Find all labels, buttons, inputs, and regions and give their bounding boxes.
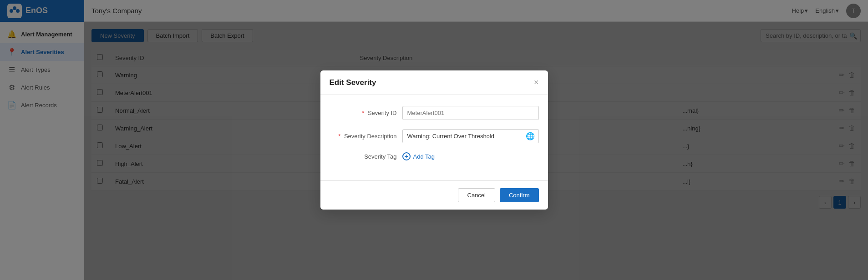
required-marker: *	[338, 133, 340, 140]
severity-id-row: * Severity ID	[330, 106, 539, 120]
modal-title: Edit Severity	[330, 78, 376, 87]
severity-desc-input[interactable]	[403, 130, 522, 143]
add-tag-icon: +	[402, 152, 411, 160]
modal-body: * Severity ID * Severity Description 🌐	[320, 95, 548, 180]
globe-icon[interactable]: 🌐	[522, 132, 538, 140]
severity-id-label: * Severity ID	[330, 110, 402, 116]
severity-desc-label: * Severity Description	[330, 133, 402, 140]
required-marker: *	[362, 110, 364, 116]
edit-severity-modal: Edit Severity × * Severity ID * Severity…	[320, 70, 548, 210]
severity-tag-label: Severity Tag	[330, 153, 402, 160]
confirm-button[interactable]: Confirm	[500, 188, 539, 202]
modal-footer: Cancel Confirm	[320, 180, 548, 210]
modal-close-button[interactable]: ×	[534, 78, 539, 87]
add-tag-button[interactable]: + Add Tag	[402, 152, 435, 160]
modal-header: Edit Severity ×	[320, 70, 548, 95]
cancel-button[interactable]: Cancel	[458, 188, 495, 202]
severity-desc-field: 🌐	[402, 129, 539, 143]
modal-overlay: Edit Severity × * Severity ID * Severity…	[0, 0, 868, 280]
severity-desc-row: * Severity Description 🌐	[330, 129, 539, 143]
severity-id-input[interactable]	[402, 106, 539, 120]
severity-tag-row: Severity Tag + Add Tag	[330, 152, 539, 160]
